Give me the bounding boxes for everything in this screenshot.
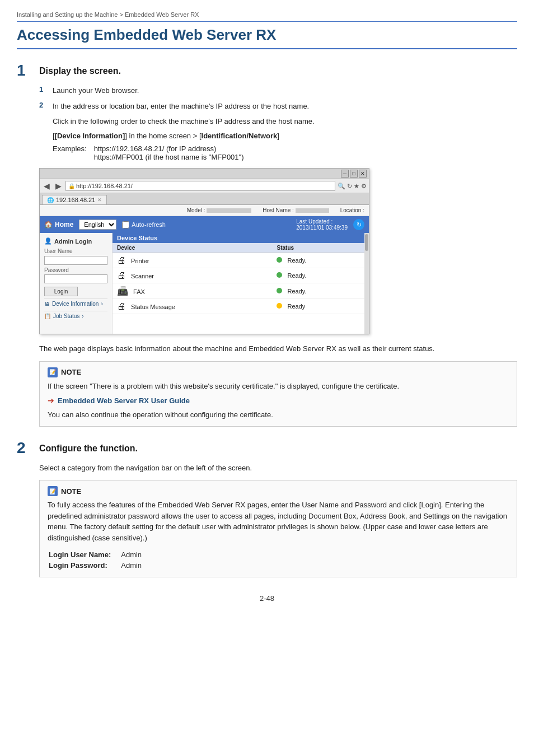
- browser-nav-bar: 🏠 Home English Auto-refresh Last Updated…: [40, 216, 369, 233]
- job-status-menu-item[interactable]: 📋 Job Status ›: [44, 311, 107, 321]
- note1-title: NOTE: [61, 368, 81, 376]
- language-select[interactable]: English: [79, 220, 116, 230]
- status-cell: Ready: [272, 299, 364, 314]
- examples-values: https://192.168.48.21/ (for IP address) …: [94, 144, 244, 161]
- browser-restore-btn[interactable]: □: [350, 170, 358, 178]
- step1-sub1-text: Launch your Web browser.: [53, 85, 139, 96]
- password-field: Password: [44, 267, 107, 284]
- col-status-header: Status: [272, 243, 364, 253]
- tools-icon[interactable]: ⚙: [361, 183, 367, 190]
- status-cell: Ready.: [272, 283, 364, 299]
- step2-container: 2 Configure the function. Select a categ…: [17, 440, 517, 578]
- location-info: Location :: [340, 207, 364, 213]
- device-icon: 🖨: [117, 270, 126, 280]
- login-user-value: Admin: [121, 550, 151, 559]
- browser-minimize-btn[interactable]: ─: [341, 170, 349, 178]
- admin-login-title: 👤 Admin Login: [44, 237, 107, 245]
- job-status-arrow: ›: [82, 313, 83, 319]
- browser-close-btn[interactable]: ✕: [359, 170, 367, 178]
- table-row: 🖨 Status Message Ready: [113, 299, 364, 314]
- browser-titlebar: ─ □ ✕: [40, 169, 369, 179]
- example2: https://MFP001 (if the host name is "MFP…: [94, 153, 244, 161]
- browser-forward-btn[interactable]: ▶: [54, 181, 63, 190]
- device-name: Scanner: [131, 273, 154, 279]
- username-input[interactable]: [44, 256, 107, 265]
- step1-sub2-text: In the address or location bar, enter th…: [53, 101, 309, 112]
- note1-box: 📝 NOTE If the screen "There is a problem…: [39, 361, 517, 427]
- page-description: The web page displays basic information …: [39, 343, 517, 354]
- note1-header: 📝 NOTE: [48, 367, 509, 377]
- browser-body: Model : Host Name : Location : 🏠 Home: [40, 205, 369, 334]
- browser-search-area: 🔍 ↻ ★ ⚙: [338, 183, 367, 190]
- example1: https://192.168.48.21/ (for IP address): [94, 144, 217, 153]
- status-text: Ready.: [288, 257, 307, 264]
- device-status-table: Device Status 🖨 Printer Ready.: [113, 243, 364, 314]
- step2-desc: Select a category from the navigation ba…: [39, 463, 517, 474]
- step2-number: 2: [17, 440, 32, 456]
- password-input[interactable]: [44, 274, 107, 283]
- device-cell: 🖨 Scanner: [113, 268, 272, 283]
- table-row: 🖨 Scanner Ready.: [113, 268, 364, 283]
- status-text: Ready: [288, 303, 306, 310]
- tab-close-btn[interactable]: ✕: [97, 197, 102, 203]
- device-icon: 🖨: [117, 301, 126, 311]
- step2-title: Configure the function.: [39, 440, 138, 454]
- refresh-button[interactable]: ↻: [353, 219, 364, 230]
- browser-ssl-icon: 🔒: [68, 183, 75, 189]
- device-name: Status Message: [131, 304, 175, 310]
- last-updated: Last Updated : 2013/11/01 03:49:39: [296, 218, 348, 231]
- browser-main-area: 👤 Admin Login User Name Password Login: [40, 233, 369, 334]
- note2-icon: 📝: [48, 486, 58, 496]
- note1-link[interactable]: Embedded Web Server RX User Guide: [58, 396, 190, 405]
- note1-link-extra: You can also continue the operation with…: [48, 409, 509, 421]
- scrollbar[interactable]: [364, 233, 369, 334]
- tab-favicon: 🌐: [47, 197, 54, 203]
- note1-text: If the screen "There is a problem with t…: [48, 381, 509, 392]
- auto-refresh-checkbox[interactable]: [122, 221, 129, 228]
- note1-icon: 📝: [48, 367, 58, 377]
- login-button[interactable]: Login: [44, 287, 78, 296]
- favorites-icon[interactable]: ★: [354, 183, 359, 190]
- browser-tab[interactable]: 🌐 192.168.48.21 ✕: [42, 195, 107, 204]
- home-label: Home: [55, 221, 73, 228]
- hostname-info: Host Name :: [263, 207, 329, 213]
- step1-sub1-num: 1: [39, 85, 47, 94]
- table-row: 🖨 Printer Ready.: [113, 253, 364, 268]
- step1-content: 1 Launch your Web browser. 2 In the addr…: [39, 85, 517, 427]
- status-text: Ready.: [288, 288, 307, 295]
- device-cell: 🖨 Status Message: [113, 299, 272, 314]
- home-button[interactable]: 🏠 Home: [44, 221, 73, 228]
- cred-user-row: Login User Name: Admin: [49, 550, 151, 559]
- device-status-title: Device Status: [113, 233, 364, 243]
- page-number: 2-48: [17, 594, 517, 603]
- browser-back-btn[interactable]: ◀: [42, 181, 51, 190]
- status-cell: Ready.: [272, 268, 364, 283]
- admin-icon: 👤: [44, 237, 52, 245]
- step1-sub2: 2 In the address or location bar, enter …: [39, 101, 517, 112]
- status-dot: [277, 288, 282, 293]
- refresh-icon[interactable]: ↻: [347, 183, 352, 190]
- scrollbar-thumb[interactable]: [365, 234, 368, 251]
- browser-tab-bar: 🌐 192.168.48.21 ✕: [40, 193, 369, 205]
- examples-block: Examples: https://192.168.48.21/ (for IP…: [53, 144, 517, 161]
- step1-sub2-num: 2: [39, 101, 47, 109]
- status-dot: [277, 257, 282, 263]
- breadcrumb: Installing and Setting up the Machine > …: [17, 11, 517, 22]
- device-info-menu-item[interactable]: 🖥 Device Information ›: [44, 298, 107, 309]
- address-bar-container[interactable]: 🔒 http://192.168.48.21/: [65, 181, 335, 191]
- job-status-label: Job Status: [53, 313, 79, 319]
- username-field: User Name: [44, 248, 107, 265]
- tab-label: 192.168.48.21: [56, 197, 95, 203]
- device-cell: 📠 FAX: [113, 283, 272, 299]
- search-icon: 🔍: [338, 183, 345, 190]
- note2-text: To fully access the features of the Embe…: [48, 500, 509, 543]
- step1-header: 1 Display the screen.: [17, 63, 517, 78]
- note2-header: 📝 NOTE: [48, 486, 509, 496]
- job-status-icon: 📋: [44, 313, 51, 319]
- browser-address: http://192.168.48.21/: [76, 183, 133, 189]
- login-pass-value: Admin: [121, 561, 151, 570]
- password-label: Password: [44, 267, 107, 273]
- device-name: FAX: [133, 288, 145, 295]
- table-row: 📠 FAX Ready.: [113, 283, 364, 299]
- step2-header: 2 Configure the function.: [17, 440, 517, 456]
